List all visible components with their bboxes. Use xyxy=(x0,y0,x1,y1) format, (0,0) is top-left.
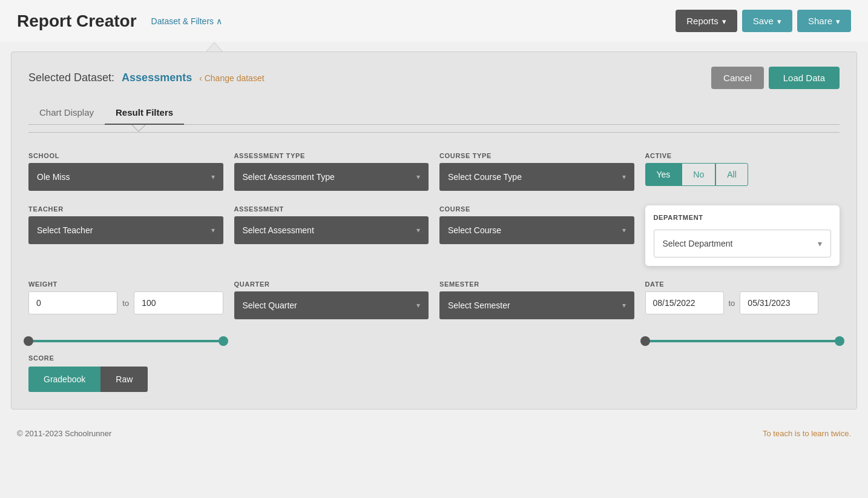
weight-filter: WEIGHT to xyxy=(28,281,223,319)
chevron-down-icon xyxy=(722,16,726,26)
course-label: COURSE xyxy=(439,205,634,213)
dataset-filters-button[interactable]: Dataset & Filters ∧ xyxy=(151,16,222,26)
date-range: to xyxy=(645,291,840,314)
tab-pointer xyxy=(131,125,840,132)
assessment-type-filter: ASSESSMENT TYPE Select Assessment Type ▾ xyxy=(234,152,429,191)
sliders-row xyxy=(28,334,840,342)
score-section: SCORE Gradebook Raw xyxy=(28,354,840,392)
save-button[interactable]: Save xyxy=(742,10,792,32)
date-end-input[interactable] xyxy=(740,291,818,314)
assessment-label: ASSESSMENT xyxy=(234,205,429,213)
panel-pointer xyxy=(206,42,223,51)
chevron-down-icon: ▾ xyxy=(211,173,215,181)
assessment-type-select[interactable]: Select Assessment Type ▾ xyxy=(234,163,429,191)
footer-tagline: To teach is to learn twice. xyxy=(763,429,851,438)
course-filter: COURSE Select Course ▾ xyxy=(439,205,634,266)
load-data-button[interactable]: Load Data xyxy=(769,67,840,89)
date-to-label: to xyxy=(729,299,735,308)
chevron-down-icon xyxy=(777,16,781,26)
share-button[interactable]: Share xyxy=(797,10,851,32)
panel-header: Selected Dataset: Assessments ‹ Change d… xyxy=(28,67,840,89)
weight-min-input[interactable] xyxy=(28,291,117,314)
quarter-filter: QUARTER Select Quarter ▾ xyxy=(234,281,429,319)
chevron-down-icon: ▾ xyxy=(211,226,215,234)
score-gradebook-button[interactable]: Gradebook xyxy=(28,367,100,392)
course-type-select[interactable]: Select Course Type ▾ xyxy=(439,163,634,191)
quarter-select[interactable]: Select Quarter ▾ xyxy=(234,291,429,319)
school-filter: SCHOOL Ole Miss ▾ xyxy=(28,152,223,191)
section-divider xyxy=(28,132,840,133)
weight-to-label: to xyxy=(122,299,129,308)
date-slider[interactable] xyxy=(645,334,840,342)
score-label: SCORE xyxy=(28,354,840,362)
weight-slider[interactable] xyxy=(28,334,223,342)
quarter-label: QUARTER xyxy=(234,281,429,288)
date-label: DATE xyxy=(645,281,840,288)
main-panel: Selected Dataset: Assessments ‹ Change d… xyxy=(11,51,857,410)
chevron-down-icon: ▾ xyxy=(416,173,420,181)
date-filter: DATE to xyxy=(645,281,840,319)
assessment-filter: ASSESSMENT Select Assessment ▾ xyxy=(234,205,429,266)
cancel-button[interactable]: Cancel xyxy=(711,67,764,89)
filter-row-2: TEACHER Select Teacher ▾ ASSESSMENT Sele… xyxy=(28,205,840,266)
department-filter: DEPARTMENT Select Department ▾ xyxy=(645,205,840,266)
tabs: Chart Display Result Filters xyxy=(28,101,840,125)
teacher-filter: TEACHER Select Teacher ▾ xyxy=(28,205,223,266)
school-label: SCHOOL xyxy=(28,152,223,159)
tab-result-filters[interactable]: Result Filters xyxy=(105,101,184,125)
chevron-down-icon: ▾ xyxy=(416,226,420,234)
semester-slider xyxy=(439,334,634,342)
dataset-name: Assessments xyxy=(122,71,192,84)
reports-button[interactable]: Reports xyxy=(676,10,737,32)
copyright: © 2011-2023 Schoolrunner xyxy=(17,429,111,438)
course-type-label: COURSE TYPE xyxy=(439,152,634,159)
active-yes-button[interactable]: Yes xyxy=(645,163,682,186)
teacher-label: TEACHER xyxy=(28,205,223,213)
weight-inputs: to xyxy=(28,291,223,314)
chevron-down-icon: ▾ xyxy=(622,173,626,181)
tab-chart-display[interactable]: Chart Display xyxy=(28,101,105,125)
assessment-type-label: ASSESSMENT TYPE xyxy=(234,152,429,159)
school-select[interactable]: Ole Miss ▾ xyxy=(28,163,223,191)
top-bar-left: Report Creator Dataset & Filters ∧ xyxy=(17,12,222,31)
semester-select[interactable]: Select Semester ▾ xyxy=(439,291,634,319)
score-raw-button[interactable]: Raw xyxy=(100,367,148,392)
panel-header-left: Selected Dataset: Assessments ‹ Change d… xyxy=(28,71,265,84)
department-label: DEPARTMENT xyxy=(654,214,832,221)
active-filter: ACTIVE Yes No All xyxy=(645,152,840,191)
active-label: ACTIVE xyxy=(645,152,840,159)
assessment-select[interactable]: Select Assessment ▾ xyxy=(234,216,429,244)
chevron-down-icon: ▾ xyxy=(622,301,626,310)
top-bar-actions: Reports Save Share xyxy=(676,10,851,32)
page-title: Report Creator xyxy=(17,12,137,31)
course-select[interactable]: Select Course ▾ xyxy=(439,216,634,244)
chevron-down-icon: ▾ xyxy=(416,301,420,310)
score-toggle: Gradebook Raw xyxy=(28,367,840,392)
active-no-button[interactable]: No xyxy=(682,163,715,186)
quarter-slider xyxy=(234,334,429,342)
active-all-button[interactable]: All xyxy=(715,163,748,186)
date-start-input[interactable] xyxy=(645,291,724,314)
panel-header-right: Cancel Load Data xyxy=(711,67,840,89)
active-toggle: Yes No All xyxy=(645,163,840,186)
chevron-down-icon: ▾ xyxy=(622,226,626,234)
filter-row-3: WEIGHT to QUARTER Select Quarter ▾ SEMES… xyxy=(28,281,840,319)
teacher-select[interactable]: Select Teacher ▾ xyxy=(28,216,223,244)
semester-label: SEMESTER xyxy=(439,281,634,288)
weight-label: WEIGHT xyxy=(28,281,223,288)
department-select[interactable]: Select Department ▾ xyxy=(654,230,832,257)
filter-row-1: SCHOOL Ole Miss ▾ ASSESSMENT TYPE Select… xyxy=(28,152,840,191)
filters-section: SCHOOL Ole Miss ▾ ASSESSMENT TYPE Select… xyxy=(28,150,840,392)
change-dataset-link[interactable]: ‹ Change dataset xyxy=(199,73,264,83)
footer: © 2011-2023 Schoolrunner To teach is to … xyxy=(0,420,868,447)
top-bar: Report Creator Dataset & Filters ∧ Repor… xyxy=(0,0,868,42)
course-type-filter: COURSE TYPE Select Course Type ▾ xyxy=(439,152,634,191)
chevron-down-icon xyxy=(836,16,840,26)
selected-dataset-prefix: Selected Dataset: xyxy=(28,71,114,84)
chevron-down-icon: ▾ xyxy=(818,239,822,248)
weight-max-input[interactable] xyxy=(134,291,223,314)
semester-filter: SEMESTER Select Semester ▾ xyxy=(439,281,634,319)
